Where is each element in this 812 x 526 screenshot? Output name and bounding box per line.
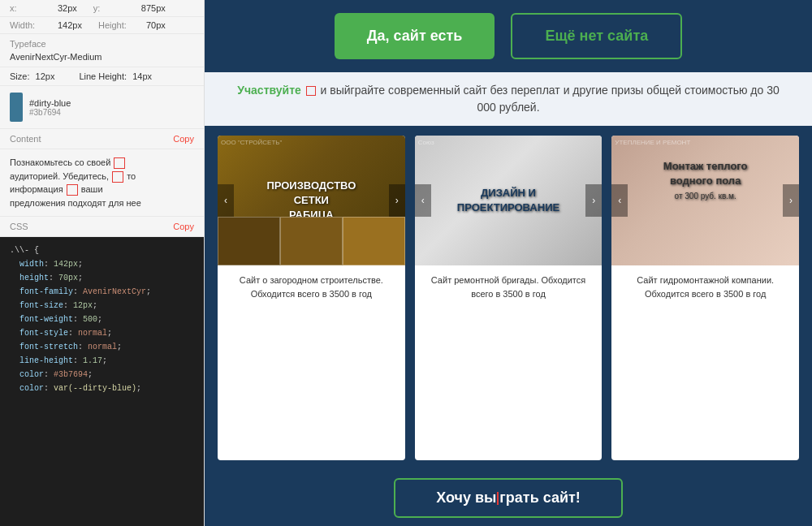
line-height-label-value: Line Height: 14px [79, 71, 152, 81]
card-1: ООО "СТРОЙСЕТЬ" ‹ › ПРОИЗВОДСТВО СЕТКИРА… [218, 136, 405, 460]
card-3-desc: Сайт гидромонтажной компании. Обходится … [611, 265, 799, 308]
content-section-title: Content [10, 134, 41, 144]
card-3-next-btn[interactable]: › [783, 184, 799, 217]
color-info: #dirty-blue #3b7694 [29, 98, 71, 117]
win-button[interactable]: Хочу выграть сайт! [394, 478, 623, 518]
yes-site-button[interactable]: Да, сайт есть [335, 13, 495, 59]
card-1-sub-images [218, 217, 405, 265]
no-site-button[interactable]: Ещё нет сайта [511, 13, 682, 59]
height-label: Height: [98, 20, 143, 30]
x-value: 32px [58, 3, 77, 13]
promo-rest-text: и выйграйте современный сайт без перепла… [321, 84, 780, 114]
card-1-sub-img-a [218, 217, 280, 265]
width-item: Width: 142px [10, 20, 82, 30]
content-text-part2: аудиторией. Убедитесь, [10, 171, 109, 181]
content-text-part1: Познакомьтесь со своей [10, 157, 110, 167]
color-hex: #3b7694 [29, 108, 71, 117]
promo-text-block: Участвуйте и выйграйте современный сайт … [205, 72, 812, 126]
x-label: x: [10, 3, 54, 13]
card-1-image: ООО "СТРОЙСЕТЬ" ‹ › ПРОИЗВОДСТВО СЕТКИРА… [218, 136, 405, 265]
dimensions-row: Width: 142px Height: 70px [0, 17, 204, 34]
css-section-title: CSS [10, 222, 28, 231]
color-swatch [10, 93, 23, 122]
y-value: 875px [141, 3, 166, 13]
card-3-image: УТЕПЛЕНИЕ И РЕМОНТ ‹ › Монтаж теплого во… [611, 136, 799, 265]
width-label: Width: [10, 20, 54, 30]
y-label: y: [93, 3, 138, 13]
x-coord: x: 32px [10, 3, 77, 13]
card-2-image: Союз ‹ › ДИЗАЙН ИПРОЕКТИРОВАНИЕ [415, 136, 603, 265]
card-2-overlay-text: ДИЗАЙН ИПРОЕКТИРОВАНИЕ [457, 186, 559, 215]
top-buttons-row: Да, сайт есть Ещё нет сайта [205, 0, 812, 72]
content-text-part4: информация [10, 184, 63, 194]
width-value: 142px [58, 20, 82, 30]
card-2-logo: Союз [418, 139, 434, 146]
website-cards-row: ООО "СТРОЙСЕТЬ" ‹ › ПРОИЗВОДСТВО СЕТКИРА… [205, 126, 812, 470]
content-text-part3: то [127, 171, 136, 181]
content-highlight-box-1 [114, 157, 125, 169]
height-value: 70px [146, 20, 166, 30]
card-3: УТЕПЛЕНИЕ И РЕМОНТ ‹ › Монтаж теплого во… [611, 136, 799, 460]
win-button-text-part2: грать сайт! [499, 489, 581, 506]
card-2-next-btn[interactable]: › [585, 184, 602, 217]
content-text-part5: ваши [81, 184, 103, 194]
coordinates-row: x: 32px y: 875px [0, 0, 204, 17]
content-copy-button[interactable]: Copy [173, 134, 194, 144]
color-name: #dirty-blue [29, 98, 71, 108]
win-button-row: Хочу выграть сайт! [205, 470, 812, 526]
card-1-prev-btn[interactable]: ‹ [218, 184, 234, 217]
content-section-header: Content Copy [0, 129, 204, 149]
size-row: Size: 12px Line Height: 14px [0, 67, 204, 86]
card-2-prev-btn[interactable]: ‹ [415, 184, 431, 217]
css-copy-button[interactable]: Copy [173, 222, 194, 231]
content-highlight-box-2 [112, 171, 123, 183]
card-3-logo: УТЕПЛЕНИЕ И РЕМОНТ [615, 139, 690, 146]
size-label-value: Size: 12px [10, 71, 54, 81]
card-2-desc: Сайт ремонтной бригады. Обходится всего … [415, 265, 603, 308]
card-1-logo: ООО "СТРОЙСЕТЬ" [221, 139, 282, 146]
card-1-next-btn[interactable]: › [389, 184, 405, 217]
y-coord: y: 875px [93, 3, 166, 13]
left-inspector-panel: x: 32px y: 875px Width: 142px Height: 70… [0, 0, 205, 526]
promo-highlight-word: Участвуйте [237, 84, 301, 97]
card-1-sub-img-b [280, 217, 343, 265]
card-3-prev-btn[interactable]: ‹ [611, 184, 628, 217]
css-section-header: CSS Copy [0, 217, 204, 237]
card-2: Союз ‹ › ДИЗАЙН ИПРОЕКТИРОВАНИЕ Сайт рем… [415, 136, 603, 460]
win-button-text-part1: Хочу вы [436, 489, 496, 506]
css-code-block: .\\- { width: 142px; height: 70px; font-… [0, 237, 204, 526]
promo-cursor-box [306, 86, 316, 96]
card-1-desc: Сайт о загородном строительстве. Обходит… [218, 265, 405, 308]
content-highlight-box-3 [67, 184, 78, 196]
height-item: Height: 70px [98, 20, 166, 30]
right-content-panel: Да, сайт есть Ещё нет сайта Участвуйте и… [205, 0, 812, 526]
typeface-label: Typeface [0, 34, 204, 50]
card-3-overlay-text: Монтаж теплого водного полаот 300 руб. к… [659, 159, 752, 204]
content-text-block: Познакомьтесь со своей аудиторией. Убеди… [0, 149, 204, 217]
typeface-value: AvenirNextCyr-Medium [0, 50, 204, 67]
card-1-sub-img-c [343, 217, 405, 265]
content-text-part6: предложения подходят для нее [10, 198, 141, 208]
color-row: #dirty-blue #3b7694 [0, 86, 204, 129]
